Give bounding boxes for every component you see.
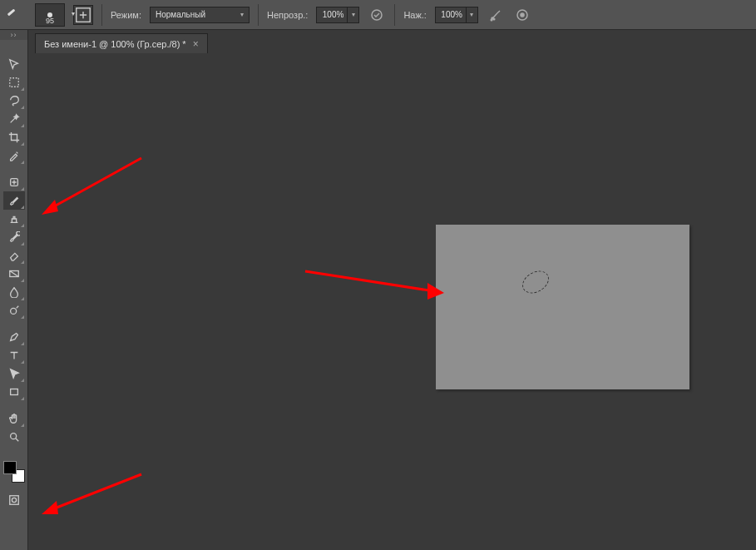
panel-collapse-handle[interactable]: ›› [0,30,27,40]
chevron-down-icon: ▾ [240,11,244,18]
svg-rect-11 [10,389,17,395]
airbrush-icon[interactable] [487,6,505,24]
dodge-tool[interactable] [3,301,25,320]
quick-mask-tool[interactable] [3,491,25,509]
svg-point-12 [10,434,16,439]
svg-point-4 [493,18,495,20]
eyedropper-tool[interactable] [3,146,25,165]
separator [394,4,395,26]
document-tab-bar: Без имени-1 @ 100% (Гр.сер./8) * × [35,32,208,53]
flow-label: Наж.: [403,10,427,20]
crop-tool[interactable] [3,128,25,146]
foreground-color-swatch[interactable] [3,461,17,474]
blend-mode-value: Нормальный [156,10,205,19]
pen-tool[interactable] [3,328,25,346]
rectangle-shape-tool[interactable] [3,383,25,401]
healing-brush-tool[interactable] [3,173,25,191]
flow-input[interactable]: 100% ▾ [435,7,478,23]
svg-rect-7 [9,78,18,87]
magic-wand-tool[interactable] [3,110,25,128]
tools-panel: ›› [0,30,28,550]
options-bar: 95 ▾ Режим: Нормальный ▾ Непрозр.: 100% … [0,0,756,30]
separator [258,4,259,26]
chevron-down-icon: ▾ [72,10,75,17]
tablet-pressure-size-icon[interactable] [513,6,531,24]
gradient-tool[interactable] [3,265,25,283]
opacity-value: 100% [323,10,344,19]
close-icon[interactable]: × [193,38,199,50]
blur-tool[interactable] [3,283,25,301]
type-tool[interactable] [3,346,25,364]
blend-mode-select[interactable]: Нормальный ▾ [150,7,250,23]
canvas-area[interactable] [28,53,756,550]
separator [101,4,102,26]
eraser-tool[interactable] [3,246,25,265]
svg-point-3 [491,19,492,21]
document-tab[interactable]: Без имени-1 @ 100% (Гр.сер./8) * × [35,33,208,53]
path-selection-tool[interactable] [3,364,25,383]
svg-point-10 [10,308,16,314]
flow-value: 100% [441,10,462,19]
rectangular-marquee-tool[interactable] [3,73,25,92]
tablet-pressure-opacity-icon[interactable] [368,6,386,24]
chevron-down-icon: ▾ [467,7,478,23]
current-tool-icon[interactable] [7,5,27,25]
document-canvas[interactable] [436,225,689,389]
toggle-brush-panel-button[interactable] [73,5,93,25]
hand-tool[interactable] [3,409,25,428]
brush-preset-picker[interactable]: 95 ▾ [35,3,65,27]
marquee-selection [518,266,552,298]
brush-size-value: 95 [46,17,54,25]
history-brush-tool[interactable] [3,228,25,246]
clone-stamp-tool[interactable] [3,210,25,228]
svg-point-6 [521,13,524,17]
color-swatches[interactable] [3,461,25,483]
lasso-tool[interactable] [3,92,25,110]
chevron-down-icon: ▾ [348,7,359,23]
brush-tool[interactable] [3,191,25,210]
zoom-tool[interactable] [3,428,25,446]
svg-rect-13 [9,496,18,505]
mode-label: Режим: [111,10,141,20]
document-tab-title: Без имени-1 @ 100% (Гр.сер./8) * [44,39,186,49]
opacity-input[interactable]: 100% ▾ [316,7,359,23]
move-tool[interactable] [3,55,25,73]
svg-point-14 [12,498,16,502]
opacity-label: Непрозр.: [267,10,308,20]
